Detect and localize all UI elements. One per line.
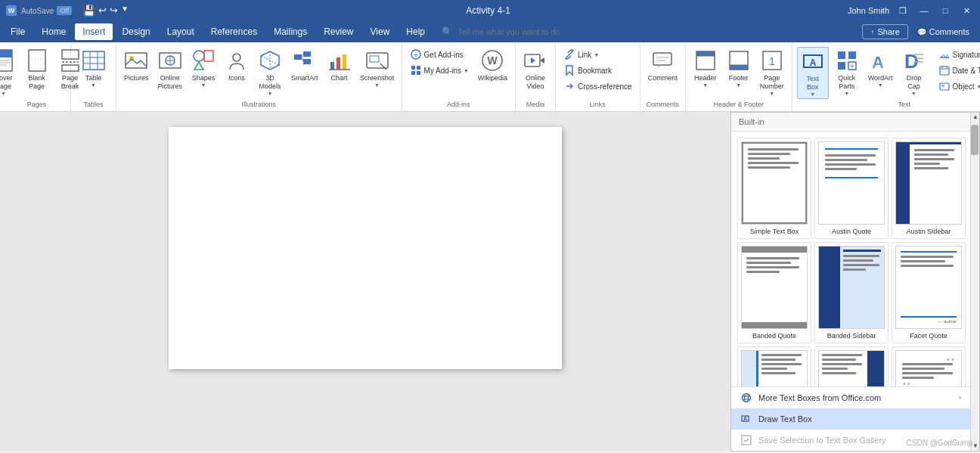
redo-button[interactable]: ↪: [110, 5, 118, 17]
text-box-icon: A: [801, 49, 825, 73]
svg-point-86: [743, 393, 751, 402]
austin-quote-thumb: [818, 141, 885, 225]
simple-text-box-thumb: [741, 141, 808, 225]
gallery-item-facet-sidebar-right[interactable]: Facet Sidebar (Right): [814, 346, 889, 386]
svg-rect-22: [204, 51, 213, 61]
link-button[interactable]: Link ▼: [560, 47, 635, 62]
gallery-item-banded-quote[interactable]: Banded Quote: [737, 242, 811, 343]
gallery-item-banded-sidebar[interactable]: Banded Sidebar: [814, 242, 889, 343]
blank-page-icon: [25, 48, 49, 73]
svg-rect-5: [29, 50, 45, 71]
more-text-boxes-button[interactable]: More Text Boxes from Office.com ›: [731, 387, 970, 408]
footer-button[interactable]: Footer ▼: [724, 47, 754, 89]
menu-item-mailings[interactable]: Mailings: [266, 23, 315, 40]
gallery-item-facet-sidebar-left[interactable]: Facet Sidebar (Left): [737, 346, 811, 386]
menu-item-insert[interactable]: Insert: [75, 23, 113, 40]
svg-rect-29: [303, 51, 311, 57]
svg-rect-54: [653, 53, 671, 65]
scroll-thumb[interactable]: [971, 125, 978, 155]
svg-rect-33: [330, 62, 334, 70]
minimize-button[interactable]: —: [916, 3, 932, 18]
quick-parts-icon: +: [835, 48, 859, 73]
svg-rect-60: [730, 65, 748, 70]
menu-item-review[interactable]: Review: [316, 23, 361, 40]
table-icon: [82, 48, 106, 73]
svg-rect-44: [411, 71, 415, 75]
3d-models-icon: [258, 48, 282, 73]
footer-icon: [727, 48, 751, 73]
page-number-button[interactable]: 1 PageNumber ▼: [757, 47, 787, 98]
wordart-icon: A: [868, 48, 892, 73]
header-button[interactable]: Header ▼: [690, 47, 721, 89]
gallery-item-austin-quote[interactable]: Austin Quote: [814, 138, 889, 239]
online-pictures-button[interactable]: OnlinePictures: [155, 47, 186, 92]
cover-page-button[interactable]: CoverPage ▼: [0, 47, 19, 98]
facet-quote-thumb: — author: [895, 246, 962, 329]
text-box-button[interactable]: A TextBox ▼: [797, 47, 829, 99]
gallery-scrollbar[interactable]: ▲ ▼: [970, 113, 979, 451]
comment-icon: [650, 48, 675, 73]
restore-button[interactable]: ❐: [895, 3, 910, 18]
menu-item-view[interactable]: View: [363, 23, 398, 40]
svg-point-87: [745, 393, 749, 402]
gallery-item-simple-text-box[interactable]: Simple Text Box: [737, 138, 811, 239]
online-video-button[interactable]: OnlineVideo: [520, 47, 550, 92]
customize-button[interactable]: ▼: [121, 5, 129, 17]
wikipedia-icon: W: [480, 48, 504, 73]
quick-parts-button[interactable]: + QuickParts ▼: [832, 47, 862, 98]
date-time-button[interactable]: Date & Time: [935, 63, 980, 78]
svg-text:A: A: [743, 416, 747, 421]
undo-button[interactable]: ↩: [98, 5, 107, 17]
gallery-item-filigree-quote[interactable]: ✦✦ ✦✦ Filigree Quote: [892, 346, 966, 386]
table-button[interactable]: Table ▼: [79, 47, 109, 89]
maximize-button[interactable]: □: [938, 3, 953, 18]
save-button[interactable]: 💾: [82, 5, 95, 17]
svg-text:1: 1: [769, 55, 775, 67]
share-button[interactable]: ↑ Share: [862, 24, 907, 39]
cross-ref-button[interactable]: Cross-reference: [560, 79, 635, 94]
search-input[interactable]: [457, 27, 594, 36]
menu-item-layout[interactable]: Layout: [160, 23, 202, 40]
svg-line-31: [302, 54, 303, 57]
menu-item-references[interactable]: References: [203, 23, 265, 40]
document-page: [169, 127, 562, 369]
close-button[interactable]: ✕: [959, 3, 974, 18]
icons-button[interactable]: Icons: [222, 47, 252, 84]
bookmark-button[interactable]: Bookmark: [560, 63, 635, 78]
gallery-item-facet-quote[interactable]: — author Facet Quote: [892, 242, 966, 343]
svg-rect-1: [0, 50, 12, 57]
comment-button[interactable]: Comment: [645, 47, 681, 84]
my-addins-button[interactable]: My Add-ins ▼: [407, 63, 472, 78]
ribbon-group-illustrations: Pictures OnlinePictures Shapes ▼ Icons: [116, 44, 402, 111]
3d-models-button[interactable]: 3DModels ▼: [255, 47, 285, 98]
blank-page-button[interactable]: BlankPage: [22, 47, 52, 92]
pictures-icon: [124, 48, 148, 73]
draw-text-box-button[interactable]: A Draw Text Box: [731, 408, 970, 430]
menu-item-file[interactable]: File: [3, 23, 33, 40]
menu-item-home[interactable]: Home: [34, 23, 73, 40]
menu-item-design[interactable]: Design: [114, 23, 157, 40]
wikipedia-button[interactable]: W Wikipedia: [475, 47, 510, 84]
svg-rect-30: [303, 59, 311, 64]
document-area[interactable]: [0, 112, 730, 451]
svg-rect-67: [838, 51, 845, 59]
signature-line-button[interactable]: Signature Line ▼: [935, 47, 980, 62]
screenshot-button[interactable]: Screenshot ▼: [358, 47, 397, 89]
svg-rect-57: [696, 51, 715, 56]
wordart-button[interactable]: A WordArt ▼: [865, 47, 896, 89]
object-button[interactable]: Object ▼: [935, 79, 980, 94]
gallery-scroll[interactable]: Simple Text Box: [731, 132, 970, 386]
shapes-icon: [191, 48, 216, 73]
chart-button[interactable]: Chart: [324, 47, 355, 84]
pictures-button[interactable]: Pictures: [121, 47, 152, 84]
textbox-dropdown-panel: Built-in: [730, 112, 980, 451]
get-addins-button[interactable]: + Get Add-ins: [407, 47, 472, 62]
menu-item-help[interactable]: Help: [399, 23, 433, 40]
scroll-up-button[interactable]: ▲: [971, 113, 980, 122]
ribbon-group-addins: + Get Add-ins My Add-ins ▼ W Wikipedia: [402, 44, 516, 111]
comments-button[interactable]: 💬 Comments: [910, 25, 977, 39]
smartart-button[interactable]: SmartArt: [288, 47, 321, 84]
gallery-item-austin-sidebar[interactable]: Austin Sidebar: [892, 138, 966, 239]
drop-cap-button[interactable]: D DropCap ▼: [899, 47, 929, 98]
shapes-button[interactable]: Shapes ▼: [188, 47, 219, 89]
